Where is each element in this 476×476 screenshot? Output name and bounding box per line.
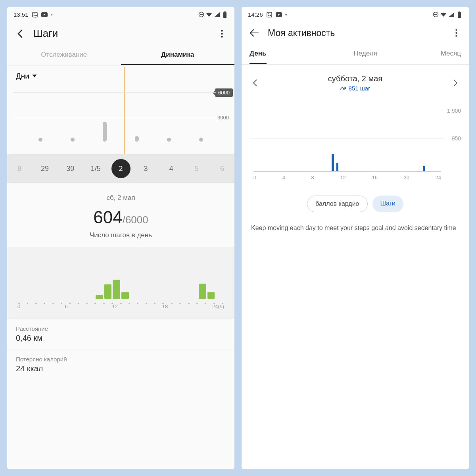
battery-icon <box>222 12 228 18</box>
date-item[interactable]: 6 <box>212 165 232 173</box>
status-time: 13:51 <box>13 11 29 18</box>
tab-tracking[interactable]: Отслеживание <box>7 45 121 65</box>
svg-rect-16 <box>458 12 461 18</box>
tabs: Отслеживание Динамика <box>7 45 234 65</box>
page-title: Шаги <box>33 27 208 40</box>
tab-dynamics[interactable]: Динамика <box>121 45 235 65</box>
dot-icon: • <box>285 11 287 18</box>
info-text: Keep moving each day to meet your steps … <box>242 223 469 233</box>
date-steps: 851 шаг <box>328 85 382 92</box>
stat-distance[interactable]: Расстояние 0,46 км <box>7 319 234 349</box>
prev-day-button[interactable] <box>250 76 261 90</box>
gallery-icon <box>266 12 273 18</box>
battery-icon <box>456 12 463 18</box>
svg-point-18 <box>455 32 457 34</box>
gallery-icon <box>32 12 38 18</box>
svg-rect-5 <box>224 12 226 12</box>
summary-caption: Число шагов в день <box>7 231 234 239</box>
svg-rect-0 <box>33 12 37 17</box>
svg-rect-6 <box>223 12 226 18</box>
svg-point-17 <box>455 29 457 31</box>
date-item[interactable]: 4 <box>161 165 181 173</box>
tab-month[interactable]: Месяц <box>441 44 461 64</box>
y-label-top: 1 900 <box>447 107 461 114</box>
dnd-icon <box>198 12 204 18</box>
toggle-cardio[interactable]: баллов кардио <box>307 196 367 212</box>
hourly-chart: 06121824(ч) <box>7 247 234 319</box>
steps-value: 604 <box>93 207 122 227</box>
steps-goal: /6000 <box>123 214 148 226</box>
status-bar: 14:26 • <box>242 7 469 22</box>
youtube-icon <box>276 12 282 18</box>
tab-week[interactable]: Неделя <box>353 44 377 64</box>
youtube-icon <box>41 12 48 18</box>
date-item-selected[interactable]: 2 <box>111 159 131 178</box>
dot-icon: • <box>51 11 53 18</box>
svg-point-9 <box>221 36 223 37</box>
svg-point-7 <box>221 30 223 31</box>
back-button[interactable] <box>14 28 25 39</box>
tab-day[interactable]: День <box>250 44 267 64</box>
next-day-button[interactable] <box>450 76 461 90</box>
date-item[interactable]: 29 <box>35 165 55 173</box>
tabs: День Неделя Месяц <box>242 44 469 65</box>
svg-rect-10 <box>267 12 272 17</box>
steps-icon <box>340 86 346 91</box>
status-bar: 13:51 • <box>7 7 234 22</box>
stat-calories[interactable]: Потеряно калорий 24 ккал <box>7 349 234 380</box>
toggle-steps[interactable]: Шаги <box>372 196 403 212</box>
back-button[interactable] <box>249 27 260 38</box>
daily-mini-chart: 6000 3000 <box>9 87 233 154</box>
x-ticks: 04812162024 <box>253 175 441 180</box>
hourly-chart: 1 900 950 04812162024 <box>250 101 461 180</box>
signal-icon <box>214 12 220 18</box>
status-time: 14:26 <box>248 11 263 18</box>
date-item[interactable]: 30 <box>60 165 80 173</box>
date-item[interactable]: 3 <box>136 165 156 173</box>
date-item[interactable]: 5 <box>187 165 207 173</box>
svg-point-8 <box>221 33 223 34</box>
page-header: Моя активность <box>242 22 469 44</box>
svg-rect-15 <box>459 12 460 12</box>
wifi-icon <box>440 12 447 18</box>
summary-date: сб, 2 мая <box>7 194 234 202</box>
date-strip[interactable]: 8 29 30 1/5 2 3 4 5 6 <box>7 154 234 183</box>
phone-googlefit: 14:26 • Моя активность День Неделя Месяц… <box>242 7 469 469</box>
date-item[interactable]: 1/5 <box>86 165 106 173</box>
date-title: суббота, 2 мая <box>328 74 382 83</box>
page-header: Шаги <box>7 22 234 45</box>
svg-point-11 <box>268 13 269 14</box>
overflow-menu[interactable] <box>451 27 462 38</box>
chevron-down-icon <box>32 74 37 78</box>
overflow-menu[interactable] <box>216 28 227 39</box>
date-item[interactable]: 8 <box>10 165 29 173</box>
y-label-mid: 950 <box>452 135 461 142</box>
hourly-ticks: 06121824(ч) <box>15 303 226 309</box>
period-dropdown[interactable]: Дни <box>7 65 234 87</box>
phone-samsung: 13:51 • Шаги Отслеживание Динамика Дни 6… <box>7 7 234 469</box>
dnd-icon <box>432 12 439 18</box>
svg-point-1 <box>33 13 34 14</box>
svg-point-19 <box>455 35 457 36</box>
daily-summary: сб, 2 мая 604/6000 Число шагов в день <box>7 183 234 247</box>
signal-icon <box>448 12 455 18</box>
page-title: Моя активность <box>268 28 443 38</box>
wifi-icon <box>206 12 212 18</box>
date-nav: суббота, 2 мая 851 шаг <box>242 65 469 93</box>
metric-toggle: баллов кардио Шаги <box>242 196 469 212</box>
